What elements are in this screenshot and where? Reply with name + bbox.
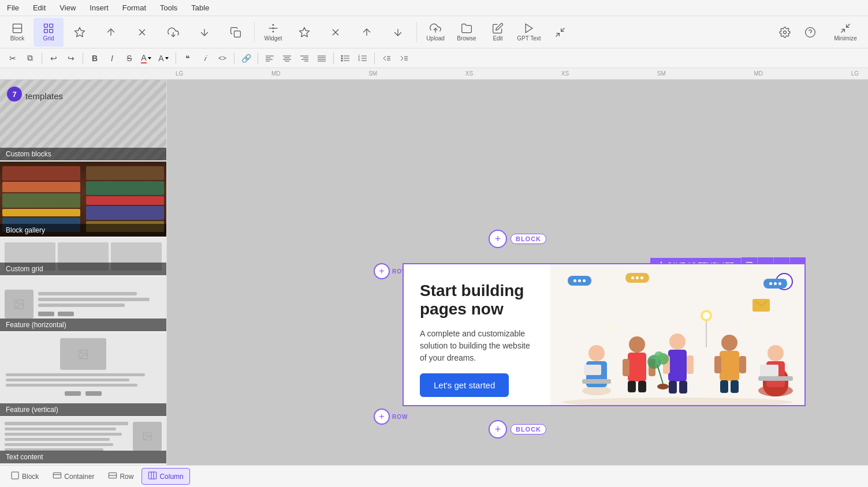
menu-table[interactable]: Table <box>189 2 211 13</box>
svg-rect-12 <box>234 31 241 37</box>
arrow-down-icon <box>199 27 210 38</box>
widget-button[interactable]: Widget <box>258 18 288 47</box>
bb-column[interactable]: Column <box>141 468 189 485</box>
dot-9 <box>778 282 781 285</box>
fh-buttons <box>38 312 162 316</box>
ruler-md2: MD <box>754 70 763 77</box>
grid-button[interactable]: Grid <box>33 18 64 47</box>
sidebar-item-feature-horizontal[interactable]: Feature (horizontal) <box>0 276 166 331</box>
bold-button[interactable]: B <box>87 50 103 66</box>
cut-button[interactable]: ✂ <box>5 50 21 66</box>
custom-blocks-count: 7 <box>7 87 22 102</box>
undo-button[interactable]: ↩ <box>46 50 62 66</box>
minimize2-icon <box>554 27 566 38</box>
sidebar-item-text-content[interactable]: Text content <box>0 417 166 463</box>
paste-button[interactable]: ⧉ <box>22 50 38 66</box>
align-center-button[interactable] <box>279 50 295 66</box>
menu-edit[interactable]: Edit <box>31 2 48 13</box>
menu-format[interactable]: Format <box>120 2 148 13</box>
cta-button[interactable]: Let's get started <box>420 373 509 397</box>
quote-button[interactable]: ❝ <box>180 50 196 66</box>
svg-point-92 <box>657 384 669 389</box>
italic2-button[interactable]: 𝑖 <box>197 50 213 66</box>
top-row-add-circle[interactable]: + <box>374 263 390 279</box>
fh-btn-1 <box>38 312 54 316</box>
svg-rect-115 <box>12 472 18 479</box>
widget-label: Widget <box>264 35 282 42</box>
align-left-button[interactable] <box>262 50 278 66</box>
move-up-button[interactable] <box>96 18 126 47</box>
star2-button[interactable] <box>289 18 319 47</box>
ol-button[interactable]: 1. 2. 3. <box>355 50 371 66</box>
dot-5 <box>636 276 639 279</box>
tc-line-3 <box>5 433 122 436</box>
up2-button[interactable] <box>352 18 382 47</box>
sidebar-item-custom-grid[interactable]: Custom grid <box>0 238 166 275</box>
sidebar-item-block-gallery[interactable]: Block gallery <box>0 162 166 237</box>
down2-icon <box>392 27 404 38</box>
close-button[interactable] <box>127 18 157 47</box>
down2-button[interactable] <box>383 18 413 47</box>
settings-button[interactable] <box>774 22 795 43</box>
menu-tools[interactable]: Tools <box>158 2 180 13</box>
indent-decrease-button[interactable] <box>378 50 394 66</box>
top-block-add-circle[interactable]: + <box>489 230 507 248</box>
download-button[interactable] <box>158 18 188 47</box>
canvas-area[interactable]: + BLOCK + ROW SAVE AS TEMPLATE ❐ ▲ ▼ <box>167 80 868 465</box>
redo-button[interactable]: ↪ <box>63 50 79 66</box>
menu-file[interactable]: File <box>5 2 21 13</box>
svg-rect-108 <box>760 365 778 376</box>
custom-blocks-title: templates <box>25 91 63 101</box>
link-button[interactable]: 🔗 <box>238 50 254 66</box>
svg-point-27 <box>806 27 815 37</box>
top-block-add[interactable]: + BLOCK <box>489 230 546 248</box>
upload-button[interactable]: Upload <box>420 18 450 47</box>
bottom-block-add-circle[interactable]: + <box>489 420 507 439</box>
fh-content <box>38 292 162 316</box>
fv-line-3 <box>6 384 137 387</box>
sidebar-item-custom-blocks[interactable]: 7 templates Custom blocks <box>0 80 166 160</box>
help-button[interactable] <box>800 22 821 43</box>
menu-view[interactable]: View <box>57 2 78 13</box>
align-justify-button[interactable] <box>314 50 330 66</box>
bottom-bar: Block Container Row Column <box>0 465 868 487</box>
bb-block[interactable]: Block <box>5 469 44 484</box>
bottom-block-add[interactable]: + BLOCK <box>489 420 546 439</box>
bb-container-icon <box>53 471 62 482</box>
sidebar: 7 templates Custom blocks <box>0 80 167 465</box>
move-down-button[interactable] <box>189 18 219 47</box>
bb-container[interactable]: Container <box>47 469 100 484</box>
bb-row[interactable]: Row <box>102 469 139 484</box>
tc-line-1 <box>5 422 128 425</box>
code-button[interactable]: <> <box>214 50 230 66</box>
sidebar-item-feature-vertical[interactable]: Feature (vertical) <box>0 332 166 416</box>
star-icon <box>74 27 85 38</box>
indent-increase-button[interactable] <box>396 50 412 66</box>
svg-point-111 <box>703 312 710 319</box>
fmt-sep-7 <box>374 53 375 64</box>
ul-button[interactable] <box>337 50 353 66</box>
align-right-button[interactable] <box>296 50 312 66</box>
bb-container-label: Container <box>64 473 94 481</box>
italic-button[interactable]: I <box>104 50 120 66</box>
fmt-sep-3 <box>176 53 176 64</box>
minimize2-button[interactable] <box>545 18 575 47</box>
strikethrough-button[interactable]: S <box>121 50 137 66</box>
browse-button[interactable]: Browse <box>452 18 482 47</box>
x2-button[interactable] <box>321 18 351 47</box>
font-color-button[interactable]: A <box>139 50 155 66</box>
feature-h-badge: Feature (horizontal) <box>0 319 166 331</box>
bottom-row-add-circle[interactable]: + <box>374 409 390 425</box>
menu-insert[interactable]: Insert <box>87 2 111 13</box>
dot-6 <box>640 276 643 279</box>
gpt-text-button[interactable]: GPT Text <box>514 18 544 47</box>
book-9 <box>86 206 164 220</box>
svg-line-24 <box>556 33 560 36</box>
bottom-row-add[interactable]: + ROW <box>374 409 408 425</box>
copy-button[interactable] <box>221 18 251 47</box>
block-button[interactable]: Block <box>2 18 32 47</box>
edit-button[interactable]: Edit <box>483 18 513 47</box>
star-button[interactable] <box>65 18 95 47</box>
highlight-button[interactable]: A <box>156 50 172 66</box>
minimize-button[interactable]: Minimize <box>825 18 866 47</box>
